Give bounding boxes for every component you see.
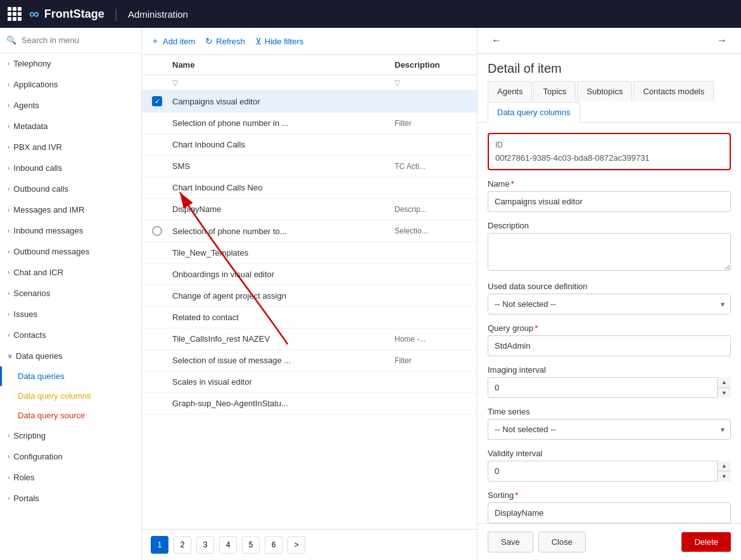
sidebar-sub-item-data-query-source[interactable]: Data query source: [0, 406, 141, 425]
description-input[interactable]: [488, 233, 731, 271]
tab-data-query-columns[interactable]: Data query columns: [488, 102, 580, 123]
sidebar-sub-item-data-query-columns[interactable]: Data query columns: [0, 386, 141, 406]
sidebar-item-telephony[interactable]: › Telephony: [0, 53, 141, 74]
table-row[interactable]: Chart Inbound Calls: [142, 134, 477, 156]
table-row[interactable]: Selection of issue of message ... Filter: [142, 350, 477, 371]
table-row[interactable]: Tile_CallsInfo_rest NAZEV Home -...: [142, 328, 477, 350]
sidebar-item-applications[interactable]: › Applications: [0, 74, 141, 95]
sidebar-sub-item-data-queries[interactable]: Data queries: [0, 366, 141, 386]
query-group-required: *: [535, 323, 538, 333]
sidebar-item-metadata[interactable]: › Metadata: [0, 116, 141, 137]
query-group-input[interactable]: [488, 335, 731, 356]
nav-forward-button[interactable]: →: [713, 32, 731, 49]
table-row[interactable]: Chart Inbound Calls Neo: [142, 177, 477, 199]
sidebar-item-roles[interactable]: › Roles: [0, 467, 141, 488]
sidebar-item-agents[interactable]: › Agents: [0, 95, 141, 116]
sidebar-item-contacts[interactable]: › Contacts: [0, 325, 141, 345]
table-row[interactable]: Change of agent project assign: [142, 285, 477, 307]
sorting-required: *: [515, 490, 518, 500]
sidebar-item-pbx-ivr[interactable]: › PBX and IVR: [0, 137, 141, 158]
pagination: 1 2 3 4 5 6 >: [142, 529, 477, 560]
hide-filters-button[interactable]: ⊻ Hide filters: [255, 36, 303, 46]
sidebar-item-data-queries[interactable]: ∨ Data queries: [0, 345, 141, 366]
sidebar-item-inbound-messages[interactable]: › Inbound messages: [0, 220, 141, 241]
row-name: Campaigns visual editor: [172, 97, 388, 106]
nav-back-button[interactable]: ←: [488, 32, 505, 49]
sidebar-item-portals[interactable]: › Portals: [0, 488, 141, 509]
search-input[interactable]: [22, 35, 135, 45]
name-input[interactable]: [488, 191, 731, 212]
table-row[interactable]: Graph-sup_Neo-AgentInStatu...: [142, 393, 477, 414]
imaging-interval-up[interactable]: ▲: [718, 377, 731, 388]
description-label: Description: [488, 221, 731, 230]
sidebar-search-container[interactable]: 🔍: [0, 28, 141, 53]
time-series-select[interactable]: -- Not selected --: [488, 419, 731, 440]
desc-filter-icon[interactable]: ▽: [395, 78, 400, 87]
close-button[interactable]: Close: [538, 532, 586, 552]
sidebar-item-outbound-messages[interactable]: › Outbound messages: [0, 241, 141, 262]
row-desc: TC Acti...: [395, 162, 471, 171]
validity-interval-up[interactable]: ▲: [718, 461, 731, 471]
tab-contacts-models[interactable]: Contacts models: [633, 81, 714, 101]
table-row[interactable]: Tile_New_Templates: [142, 242, 477, 264]
sidebar-item-scenarios[interactable]: › Scenarios: [0, 283, 141, 304]
refresh-label: Refresh: [216, 37, 245, 46]
validity-interval-input[interactable]: [488, 461, 731, 482]
list-toolbar: ＋ Add item ↻ Refresh ⊻ Hide filters: [142, 28, 477, 55]
page-4-button[interactable]: 4: [219, 536, 237, 554]
apps-grid-icon[interactable]: [8, 7, 22, 21]
data-source-select[interactable]: -- Not selected --: [488, 294, 731, 314]
add-item-button[interactable]: ＋ Add item: [151, 35, 195, 47]
sidebar-item-chat-icr[interactable]: › Chat and ICR: [0, 262, 141, 283]
page-1-button[interactable]: 1: [151, 536, 168, 554]
page-2-button[interactable]: 2: [174, 536, 191, 554]
chevron-icon: ›: [8, 206, 10, 213]
sidebar-item-inbound-calls[interactable]: › Inbound calls: [0, 158, 141, 178]
plus-icon: ＋: [151, 35, 160, 47]
table-row[interactable]: Scales in visual editor: [142, 371, 477, 393]
sidebar-item-label: Outbound messages: [13, 247, 89, 256]
sidebar-item-scripting[interactable]: › Scripting: [0, 425, 141, 446]
table-row[interactable]: Onboardings in visual editor: [142, 264, 477, 285]
table-row[interactable]: ✓ Campaigns visual editor: [142, 90, 477, 113]
filter-icon: ⊻: [255, 36, 262, 46]
delete-button[interactable]: Delete: [681, 532, 731, 552]
page-6-button[interactable]: 6: [265, 536, 282, 554]
search-icon: 🔍: [6, 35, 16, 45]
row-name: Scales in visual editor: [172, 377, 388, 387]
sidebar-item-label: Applications: [13, 80, 58, 89]
sidebar-item-label: Contacts: [13, 330, 46, 340]
sidebar-item-issues[interactable]: › Issues: [0, 304, 141, 325]
imaging-interval-down[interactable]: ▼: [718, 388, 731, 398]
imaging-interval-input[interactable]: [488, 377, 731, 398]
table-row[interactable]: DisplayName Descrip...: [142, 199, 477, 220]
chevron-icon: ›: [8, 185, 10, 192]
sidebar-item-configuration[interactable]: › Configuration: [0, 446, 141, 467]
sidebar-sub-label: Data query source: [18, 411, 85, 420]
time-series-select-wrapper: -- Not selected -- ▾: [488, 419, 731, 440]
row-check: [148, 226, 166, 236]
page-next-button[interactable]: >: [288, 536, 305, 554]
sidebar-item-label: Inbound messages: [13, 226, 83, 235]
sidebar-item-outbound-calls[interactable]: › Outbound calls: [0, 178, 141, 199]
table-row[interactable]: Selection of phone number to... Selectio…: [142, 220, 477, 242]
chevron-icon: ›: [8, 248, 10, 255]
validity-interval-down[interactable]: ▼: [718, 471, 731, 482]
page-5-button[interactable]: 5: [242, 536, 260, 554]
chevron-icon: ›: [8, 165, 10, 171]
save-button[interactable]: Save: [488, 532, 533, 552]
table-row[interactable]: SMS TC Acti...: [142, 156, 477, 177]
table-row[interactable]: Selection of phone number in ... Filter: [142, 113, 477, 134]
tab-agents[interactable]: Agents: [488, 81, 532, 101]
name-filter-icon[interactable]: ▽: [172, 78, 178, 87]
add-item-label: Add item: [163, 37, 195, 46]
tab-subtopics[interactable]: Subtopics: [577, 81, 632, 101]
sidebar-item-messages-imr[interactable]: › Messages and IMR: [0, 199, 141, 220]
tab-topics[interactable]: Topics: [533, 81, 576, 101]
row-name: Chart Inbound Calls: [172, 140, 388, 149]
refresh-button[interactable]: ↻ Refresh: [205, 36, 245, 46]
validity-interval-label: Validity interval: [488, 449, 731, 458]
sorting-input[interactable]: [488, 502, 731, 523]
page-3-button[interactable]: 3: [196, 536, 214, 554]
table-row[interactable]: Related to contact: [142, 307, 477, 328]
